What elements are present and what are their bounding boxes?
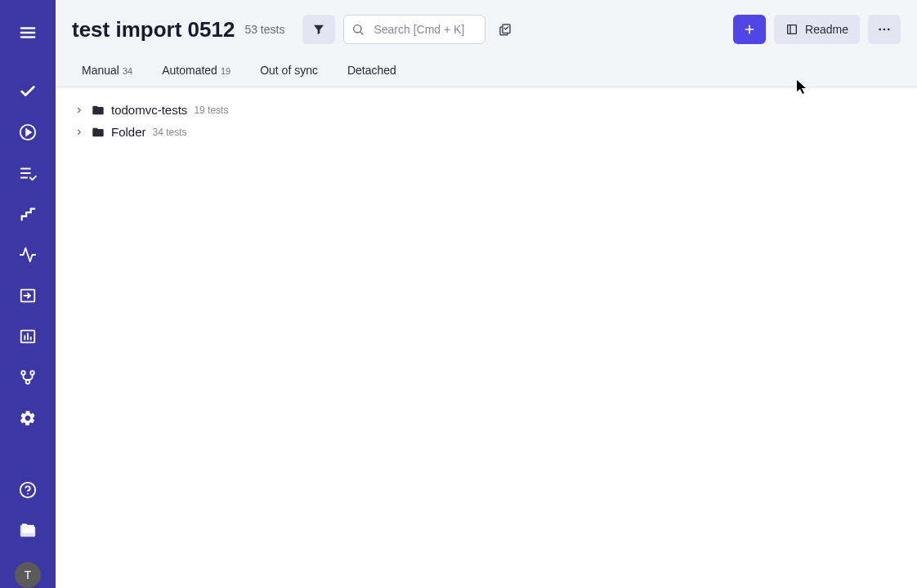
checkmark-icon[interactable]: [11, 75, 44, 108]
chart-icon[interactable]: [11, 320, 44, 353]
add-button[interactable]: [733, 15, 766, 44]
tabs: Manual 34 Automated 19 Out of sync Detac…: [56, 52, 917, 87]
import-icon[interactable]: [11, 279, 44, 312]
help-icon[interactable]: [11, 474, 44, 506]
copy-button[interactable]: [494, 15, 517, 44]
menu-icon[interactable]: [11, 16, 44, 49]
tab-outofsync[interactable]: Out of sync: [260, 64, 318, 87]
main: test import 0512 53 tests Readme Manual: [56, 0, 917, 588]
checklist-icon[interactable]: [11, 157, 44, 189]
search-input[interactable]: [343, 15, 485, 44]
svg-marker-4: [26, 129, 31, 135]
header: test import 0512 53 tests Readme: [56, 0, 917, 52]
tab-count: 19: [221, 66, 230, 76]
tab-label: Detached: [347, 64, 396, 77]
folder-name: Folder: [111, 125, 146, 139]
book-icon: [785, 23, 798, 36]
steps-icon[interactable]: [11, 198, 44, 230]
search-wrap: [343, 15, 485, 44]
sidebar: T: [0, 0, 56, 588]
readme-button[interactable]: Readme: [774, 15, 860, 44]
chevron-right-icon: [75, 106, 85, 114]
folder-row[interactable]: todomvc-tests 19 tests: [72, 99, 901, 121]
test-count: 53 tests: [244, 23, 284, 36]
folder-name: todomvc-tests: [111, 103, 187, 117]
tab-label: Out of sync: [260, 64, 318, 77]
folder-count: 34 tests: [153, 127, 187, 138]
svg-point-19: [354, 25, 361, 33]
search-icon: [351, 23, 365, 36]
tab-manual[interactable]: Manual 34: [82, 64, 132, 87]
page-title: test import 0512: [72, 17, 235, 42]
avatar-initial: T: [25, 568, 32, 581]
tab-automated[interactable]: Automated 19: [162, 64, 230, 87]
folder-icon: [92, 104, 105, 117]
chevron-right-icon: [75, 128, 85, 136]
folder-icon: [92, 126, 105, 139]
avatar[interactable]: T: [15, 562, 41, 588]
dots-icon: [877, 22, 892, 37]
gear-icon[interactable]: [11, 402, 44, 434]
svg-point-27: [883, 29, 886, 31]
more-button[interactable]: [868, 15, 901, 44]
readme-label: Readme: [805, 23, 848, 36]
folder-row[interactable]: Folder 34 tests: [72, 121, 901, 143]
tab-count: 34: [123, 66, 132, 76]
tab-label: Manual: [82, 64, 119, 77]
folders-icon[interactable]: [11, 514, 44, 547]
play-circle-icon[interactable]: [11, 116, 44, 149]
branch-icon[interactable]: [11, 361, 44, 394]
filter-icon: [312, 23, 325, 36]
activity-icon[interactable]: [11, 238, 44, 271]
tab-label: Automated: [162, 64, 217, 77]
filter-button[interactable]: [302, 15, 335, 44]
svg-point-26: [879, 29, 881, 31]
svg-line-20: [361, 32, 364, 34]
content: todomvc-tests 19 tests Folder 34 tests: [56, 87, 917, 588]
copy-check-icon: [498, 22, 512, 37]
svg-rect-24: [788, 25, 797, 34]
tab-detached[interactable]: Detached: [347, 64, 396, 87]
folder-count: 19 tests: [194, 105, 228, 116]
svg-point-28: [888, 29, 890, 31]
plus-icon: [743, 23, 756, 36]
